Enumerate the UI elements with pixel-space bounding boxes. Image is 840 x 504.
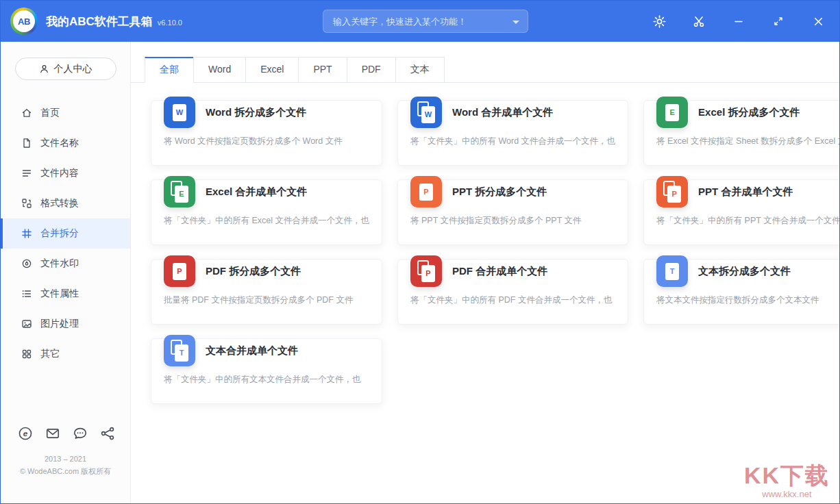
share-icon[interactable] bbox=[99, 426, 115, 442]
chevron-down-icon[interactable] bbox=[512, 21, 519, 24]
tab-全部[interactable]: 全部 bbox=[145, 57, 194, 83]
card-head: E Excel 拆分成多个文件 bbox=[656, 97, 839, 128]
document-icon: E bbox=[656, 97, 688, 128]
app-logo-icon: AB bbox=[10, 8, 38, 35]
card-title: Excel 拆分成多个文件 bbox=[698, 106, 800, 119]
sidebar-item-label: 图片处理 bbox=[40, 318, 79, 330]
merge-split-icon bbox=[21, 228, 32, 239]
sidebar-item-label: 文件水印 bbox=[40, 257, 79, 270]
card-title: 文本合并成单个文件 bbox=[206, 344, 298, 357]
watermark-icon bbox=[21, 258, 32, 269]
card-head: W Word 合并成单个文件 bbox=[410, 97, 615, 128]
card-文本拆分成多个文件[interactable]: T 文本拆分成多个文件 将文本文件按指定行数拆分成多个文本文件 bbox=[643, 259, 839, 325]
sidebar-item-watermark[interactable]: 文件水印 bbox=[1, 249, 130, 279]
app-body: 个人中心 首页 文件名称 文件内容 格式转换 bbox=[1, 42, 839, 503]
card-pdf-合并成单个文件[interactable]: P PDF 合并成单个文件 将「文件夹」中的所有 PDF 文件合并成一个文件，也 bbox=[397, 259, 628, 325]
card-excel-拆分成多个文件[interactable]: E Excel 拆分成多个文件 将 Excel 文件按指定 Sheet 数拆分成… bbox=[643, 100, 839, 166]
sidebar-item-other[interactable]: 其它 bbox=[1, 339, 130, 369]
sidebar-item-file-content[interactable]: 文件内容 bbox=[1, 158, 130, 188]
card-excel-合并成单个文件[interactable]: E Excel 合并成单个文件 将「文件夹」中的所有 Excel 文件合并成一个… bbox=[151, 179, 382, 245]
card-文本合并成单个文件[interactable]: T 文本合并成单个文件 将「文件夹」中的所有文本文件合并成一个文件，也 bbox=[151, 338, 382, 404]
card-description: 将 Word 文件按指定页数拆分成多个 Word 文件 bbox=[164, 136, 369, 147]
search-box[interactable] bbox=[323, 10, 528, 33]
tab-pdf[interactable]: PDF bbox=[347, 57, 396, 83]
document-icon: P bbox=[410, 176, 442, 207]
other-icon bbox=[21, 349, 32, 360]
card-head: T 文本拆分成多个文件 bbox=[656, 255, 839, 287]
category-tabs: 全部WordExcelPPTPDF文本 bbox=[131, 57, 839, 83]
card-head: P PPT 合并成单个文件 bbox=[656, 176, 839, 207]
sidebar-item-label: 合并拆分 bbox=[40, 227, 79, 240]
sidebar-item-label: 文件内容 bbox=[40, 167, 79, 179]
settings-gear-icon[interactable] bbox=[652, 14, 666, 28]
sidebar-item-label: 文件名称 bbox=[40, 137, 79, 149]
document-icon: P bbox=[656, 176, 688, 207]
mail-icon[interactable] bbox=[45, 426, 60, 442]
card-head: P PDF 合并成单个文件 bbox=[410, 255, 615, 287]
document-front-sheet: P bbox=[173, 263, 186, 280]
card-description: 将「文件夹」中的所有 Excel 文件合并成一个文件，也 bbox=[164, 215, 369, 227]
chat-icon[interactable] bbox=[72, 426, 88, 442]
tab-文本[interactable]: 文本 bbox=[395, 57, 445, 83]
document-front-sheet: P bbox=[667, 186, 681, 203]
image-process-icon bbox=[21, 318, 32, 329]
file-content-icon bbox=[21, 168, 32, 179]
app-title: 我的ABC软件工具箱 v6.10.0 bbox=[46, 14, 182, 29]
home-icon bbox=[21, 108, 32, 118]
card-ppt-拆分成多个文件[interactable]: P PPT 拆分成多个文件 将 PPT 文件按指定页数拆分成多个 PPT 文件 bbox=[397, 179, 628, 245]
main-panel: 全部WordExcelPPTPDF文本 W Word 拆分成多个文件 将 Wor… bbox=[131, 42, 839, 503]
card-description: 将「文件夹」中的所有文本文件合并成一个文件，也 bbox=[164, 374, 369, 386]
sidebar-item-label: 其它 bbox=[40, 348, 60, 360]
sidebar-item-file-name[interactable]: 文件名称 bbox=[1, 128, 130, 158]
tab-excel[interactable]: Excel bbox=[245, 57, 299, 83]
card-word-合并成单个文件[interactable]: W Word 合并成单个文件 将「文件夹」中的所有 Word 文件合并成一个文件… bbox=[397, 100, 628, 166]
sidebar-menu: 首页 文件名称 文件内容 格式转换 合并拆分 bbox=[1, 98, 130, 369]
document-front-sheet: E bbox=[175, 186, 188, 203]
card-title: 文本拆分成多个文件 bbox=[698, 265, 791, 278]
browser-icon[interactable]: e bbox=[17, 426, 33, 442]
svg-text:e: e bbox=[23, 429, 27, 438]
document-icon: T bbox=[164, 335, 195, 366]
sidebar-item-image-process[interactable]: 图片处理 bbox=[1, 309, 130, 339]
document-icon: W bbox=[164, 97, 195, 128]
card-title: Word 拆分成多个文件 bbox=[206, 106, 306, 119]
sidebar-item-home[interactable]: 首页 bbox=[1, 98, 130, 128]
document-icon: P bbox=[410, 255, 442, 287]
sidebar: 个人中心 首页 文件名称 文件内容 格式转换 bbox=[1, 42, 131, 503]
tab-word[interactable]: Word bbox=[193, 57, 246, 83]
card-head: E Excel 合并成单个文件 bbox=[164, 176, 369, 207]
card-pdf-拆分成多个文件[interactable]: P PDF 拆分成多个文件 批量将 PDF 文件按指定页数拆分成多个 PDF 文… bbox=[151, 259, 382, 325]
card-word-拆分成多个文件[interactable]: W Word 拆分成多个文件 将 Word 文件按指定页数拆分成多个 Word … bbox=[151, 100, 382, 166]
social-row: e bbox=[1, 426, 130, 453]
footer-copyright: © WodeABC.com 版权所有 bbox=[1, 465, 130, 477]
file-name-icon bbox=[21, 138, 32, 149]
document-front-sheet: E bbox=[665, 104, 679, 121]
minimize-icon[interactable] bbox=[732, 14, 745, 28]
document-front-sheet: W bbox=[421, 106, 435, 123]
card-ppt-合并成单个文件[interactable]: P PPT 合并成单个文件 将「文件夹」中的所有 PPT 文件合并成一个文件，也 bbox=[643, 179, 839, 245]
sidebar-item-merge-split[interactable]: 合并拆分 bbox=[1, 218, 130, 249]
sidebar-item-file-props[interactable]: 文件属性 bbox=[1, 279, 130, 309]
profile-center-label: 个人中心 bbox=[54, 63, 92, 75]
sidebar-item-format-convert[interactable]: 格式转换 bbox=[1, 188, 130, 218]
person-icon bbox=[39, 64, 49, 74]
card-description: 将「文件夹」中的所有 PPT 文件合并成一个文件，也 bbox=[656, 215, 839, 227]
close-icon[interactable] bbox=[811, 14, 825, 28]
card-description: 将 PPT 文件按指定页数拆分成多个 PPT 文件 bbox=[410, 215, 615, 227]
document-front-sheet: W bbox=[173, 104, 186, 121]
card-description: 将「文件夹」中的所有 Word 文件合并成一个文件，也 bbox=[410, 136, 615, 147]
tab-ppt[interactable]: PPT bbox=[298, 57, 347, 83]
sidebar-bottom: e 2013 – 2021 © WodeABC.com 版权所有 bbox=[1, 426, 130, 503]
card-head: T 文本合并成单个文件 bbox=[164, 335, 369, 366]
sidebar-item-label: 首页 bbox=[40, 107, 60, 119]
tools-scissors-icon[interactable] bbox=[692, 14, 706, 28]
document-icon: W bbox=[410, 97, 442, 128]
card-head: P PDF 拆分成多个文件 bbox=[164, 255, 369, 287]
document-icon: T bbox=[656, 255, 688, 287]
profile-center-button[interactable]: 个人中心 bbox=[15, 58, 116, 80]
card-description: 将 Excel 文件按指定 Sheet 数拆分成多个 Excel 文件 bbox=[656, 136, 839, 147]
card-head: W Word 拆分成多个文件 bbox=[164, 97, 369, 128]
maximize-icon[interactable] bbox=[771, 14, 785, 28]
document-icon: E bbox=[164, 176, 195, 207]
search-input[interactable] bbox=[323, 10, 528, 32]
